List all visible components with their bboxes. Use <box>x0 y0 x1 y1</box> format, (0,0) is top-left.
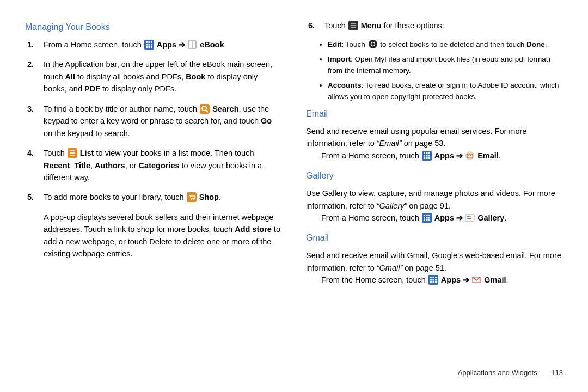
heading-gmail: Gmail <box>306 231 563 245</box>
apps-icon <box>144 40 154 50</box>
arrow-icon: ➔ <box>456 151 464 160</box>
email-body: Send and receive email using popular ema… <box>306 125 563 150</box>
apps-icon <box>422 151 432 161</box>
svg-rect-12 <box>200 104 210 114</box>
step-5: 5. To add more books to your library, to… <box>40 191 282 203</box>
svg-rect-61 <box>435 279 437 281</box>
step-6: 6. Touch Menu for these options: <box>321 20 563 32</box>
step-4: 4. Touch List to view your books in a li… <box>40 147 282 183</box>
option-edit: Edit: Touch to select books to be delete… <box>328 39 563 51</box>
svg-rect-64 <box>435 281 437 283</box>
step-5-extra: A pop-up displays several book sellers a… <box>40 211 282 260</box>
period: . <box>224 40 226 49</box>
arrow-icon: ➔ <box>463 275 471 284</box>
step-number: 6. <box>308 20 315 32</box>
svg-rect-46 <box>428 217 430 219</box>
footer-page: 113 <box>551 369 563 377</box>
option-accounts: Accounts: To read books, create or sign … <box>328 80 563 103</box>
svg-rect-60 <box>432 279 434 281</box>
svg-rect-59 <box>430 279 432 281</box>
svg-rect-43 <box>428 215 430 216</box>
svg-rect-30 <box>426 152 427 154</box>
svg-rect-52 <box>469 216 471 217</box>
step-number: 2. <box>27 58 34 70</box>
svg-rect-29 <box>424 152 425 154</box>
email-path: From a Home screen, touch Apps ➔ Email. <box>306 150 563 162</box>
shop-icon <box>187 192 197 202</box>
apps-icon <box>428 275 438 285</box>
svg-rect-62 <box>430 281 432 283</box>
svg-rect-63 <box>432 281 434 283</box>
gmail-path: From the Home screen, touch Apps ➔ Gmail… <box>306 274 563 286</box>
svg-rect-57 <box>432 277 434 278</box>
step-number: 1. <box>27 39 34 51</box>
svg-rect-54 <box>469 218 471 219</box>
svg-rect-47 <box>424 219 425 221</box>
step-number: 3. <box>27 103 34 115</box>
arrow-icon: ➔ <box>179 40 187 49</box>
select-circle-icon <box>368 39 378 49</box>
footer-section: Applications and Widgets <box>458 369 537 377</box>
svg-rect-5 <box>148 44 150 45</box>
managing-books-list: 1. From a Home screen, touch Apps ➔ eBoo… <box>25 39 282 260</box>
svg-rect-32 <box>424 155 425 156</box>
right-column: 6. Touch Menu for these options: Edit: T… <box>306 20 563 368</box>
svg-rect-45 <box>426 217 427 219</box>
step-2: 2. In the Application bar, on the upper … <box>40 58 282 95</box>
heading-managing-books: Managing Your Books <box>25 21 282 34</box>
svg-rect-7 <box>146 46 148 48</box>
svg-rect-9 <box>151 46 152 48</box>
svg-rect-53 <box>467 218 469 219</box>
svg-rect-3 <box>151 41 152 43</box>
heading-email: Email <box>306 107 563 121</box>
menu-icon <box>348 21 358 30</box>
svg-rect-42 <box>426 215 427 216</box>
step-number: 4. <box>27 147 34 159</box>
search-icon <box>200 104 210 114</box>
svg-rect-44 <box>424 217 425 219</box>
email-icon <box>465 151 475 161</box>
step-3: 3. To find a book by title or author nam… <box>40 103 282 139</box>
svg-rect-49 <box>428 219 430 221</box>
svg-rect-51 <box>467 216 469 217</box>
svg-rect-48 <box>426 219 427 221</box>
gmail-body: Send and receive email with Gmail, Googl… <box>306 249 563 274</box>
page: Managing Your Books 1. From a Home scree… <box>0 0 588 373</box>
gallery-path: From a Home screen, touch Apps ➔ Gallery… <box>306 212 563 224</box>
svg-rect-6 <box>151 44 152 45</box>
svg-rect-31 <box>428 152 430 154</box>
svg-rect-41 <box>424 215 425 216</box>
page-footer: Applications and Widgets 113 <box>458 369 563 377</box>
svg-point-26 <box>369 40 377 48</box>
svg-rect-1 <box>146 41 148 43</box>
ebook-label: eBook <box>200 40 224 49</box>
svg-rect-35 <box>424 157 425 159</box>
svg-point-20 <box>191 199 192 200</box>
step-number: 5. <box>27 191 34 203</box>
svg-rect-33 <box>426 155 427 156</box>
svg-rect-36 <box>426 157 427 159</box>
left-column: Managing Your Books 1. From a Home scree… <box>25 20 282 368</box>
svg-rect-56 <box>430 277 432 278</box>
step-1: 1. From a Home screen, touch Apps ➔ eBoo… <box>40 39 282 51</box>
apps-label: Apps <box>157 40 176 49</box>
gallery-icon <box>465 213 475 223</box>
svg-rect-58 <box>435 277 437 278</box>
svg-rect-4 <box>146 44 148 45</box>
svg-rect-2 <box>148 41 150 43</box>
list-icon <box>68 148 77 158</box>
ebook-icon <box>187 40 197 50</box>
heading-gallery: Gallery <box>306 169 563 183</box>
svg-rect-8 <box>148 46 150 48</box>
gallery-body: Use Gallery to view, capture, and manage… <box>306 187 563 212</box>
arrow-icon: ➔ <box>456 213 464 222</box>
option-import: Import: Open MyFiles and import book fil… <box>328 54 563 77</box>
gmail-icon <box>471 275 481 285</box>
right-steps: 6. Touch Menu for these options: <box>306 20 563 32</box>
svg-point-21 <box>193 199 194 200</box>
apps-icon <box>422 213 432 223</box>
svg-rect-37 <box>428 157 430 159</box>
svg-rect-34 <box>428 155 430 156</box>
menu-options: Edit: Touch to select books to be delete… <box>306 39 563 103</box>
step-text: From a Home screen, touch <box>44 40 144 49</box>
